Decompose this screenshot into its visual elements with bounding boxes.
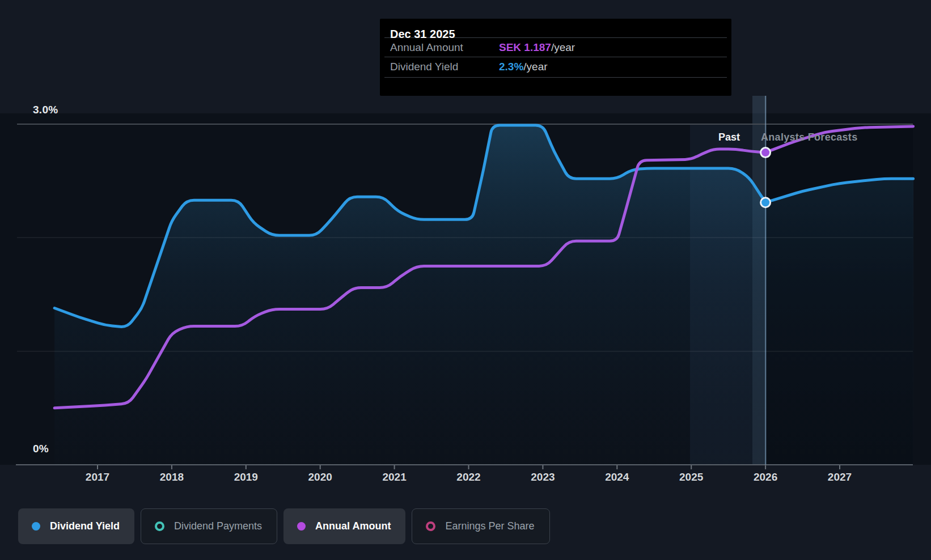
tooltip-bottom-divider — [384, 77, 727, 78]
blue-dot-icon — [32, 522, 40, 531]
x-axis-label: 2020 — [298, 471, 343, 483]
pink-ring-icon — [426, 521, 435, 531]
dividend-yield-marker[interactable] — [761, 198, 771, 207]
legend-label: Earnings Per Share — [445, 520, 534, 532]
legend-label: Annual Amount — [315, 520, 391, 532]
y-axis-label-bottom: 0% — [33, 443, 49, 455]
tooltip-date: Dec 31 2025 — [380, 19, 731, 37]
x-axis-label: 2023 — [520, 471, 565, 483]
tooltip-label: Annual Amount — [390, 41, 499, 54]
x-axis-label: 2024 — [594, 471, 640, 483]
x-axis-label: 2025 — [668, 471, 714, 483]
purple-dot-icon — [297, 522, 306, 531]
x-axis-label: 2017 — [75, 471, 120, 483]
forecast-region-overlay — [767, 124, 913, 465]
tooltip-value-suffix: /year — [523, 61, 547, 73]
x-axis-label: 2019 — [223, 471, 269, 483]
past-region-label: Past — [709, 131, 750, 143]
legend-item-earnings-per-share[interactable]: Earnings Per Share — [412, 508, 549, 544]
x-axis-label: 2021 — [372, 471, 417, 483]
x-axis-label: 2026 — [743, 471, 788, 483]
x-axis-label: 2018 — [149, 471, 194, 483]
x-axis-label: 2027 — [817, 471, 862, 483]
teal-ring-icon — [155, 521, 164, 531]
legend-item-dividend-yield[interactable]: Dividend Yield — [18, 508, 134, 544]
legend-label: Dividend Payments — [174, 520, 262, 532]
tooltip-row-dividend-yield: Dividend Yield 2.3% /year — [384, 57, 727, 76]
tooltip-label: Dividend Yield — [390, 61, 499, 73]
x-axis-label: 2022 — [446, 471, 492, 483]
legend-label: Dividend Yield — [50, 520, 120, 532]
forecast-region-label: Analysts Forecasts — [761, 131, 857, 143]
tooltip-value-suffix: /year — [551, 41, 575, 54]
dividend-chart-app: 3.0% 0% 20172018201920202021202220232024… — [0, 0, 931, 560]
chart-tooltip: Dec 31 2025 Annual Amount SEK 1.187 /yea… — [380, 19, 731, 96]
y-axis-label-top: 3.0% — [33, 104, 58, 116]
tooltip-value-annual-amount: SEK 1.187 — [499, 41, 551, 54]
legend-item-annual-amount[interactable]: Annual Amount — [283, 508, 405, 544]
annual-amount-marker[interactable] — [761, 148, 771, 158]
chart-legend: Dividend Yield Dividend Payments Annual … — [18, 508, 550, 544]
legend-item-dividend-payments[interactable]: Dividend Payments — [141, 508, 277, 544]
tooltip-value-dividend-yield: 2.3% — [499, 61, 523, 73]
